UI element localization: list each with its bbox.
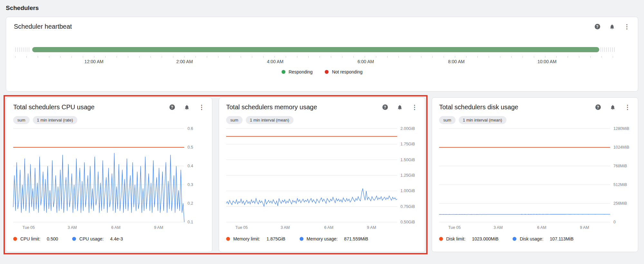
y-tick-label: 512MiB xyxy=(613,182,627,187)
cpu-legend: CPU limit: 0.500 CPU usage: 4.4e-3 xyxy=(13,236,205,241)
aggregation-chip[interactable]: sum xyxy=(439,116,456,124)
legend-memory-usage: Memory usage: 871.559MiB xyxy=(300,236,368,241)
x-tick-label: 9 AM xyxy=(154,225,163,230)
y-axis: 0.60.50.40.30.20.1 xyxy=(184,129,205,222)
more-options-icon[interactable]: ⋮ xyxy=(624,24,630,30)
memory-chart-area: Tue 053 AM6 AM9 AM 2.00GiB1.75GiB1.50GiB… xyxy=(226,129,418,231)
chart-chips: sum 1 min interval (rate) xyxy=(13,116,205,124)
legend-not-responding: Not responding xyxy=(325,69,362,74)
help-icon[interactable]: ? xyxy=(169,104,175,111)
more-options-icon[interactable]: ⋮ xyxy=(411,104,418,111)
x-tick-label: 6 AM xyxy=(537,225,546,230)
alert-bell-icon[interactable] xyxy=(184,104,190,111)
legend-disk-limit: Disk limit: 1023.000MiB xyxy=(439,236,498,241)
bell-glyph xyxy=(397,104,403,110)
disk-usage-card: Total schedulers disk usage ? ⋮ sum 1 mi… xyxy=(432,97,638,252)
disk-legend: Disk limit: 1023.000MiB Disk usage: 107.… xyxy=(439,236,631,241)
alert-bell-icon[interactable] xyxy=(397,104,403,111)
cpu-usage-card: Total schedulers CPU usage ? ⋮ xyxy=(6,97,212,252)
interval-chip[interactable]: 1 min interval (mean) xyxy=(246,116,293,124)
legend-cpu-usage: CPU usage: 4.4e-3 xyxy=(72,236,123,241)
y-tick-label: 1.50GiB xyxy=(400,158,415,162)
x-tick-label: 9 AM xyxy=(580,225,589,230)
memory-card-title: Total schedulers memory usage xyxy=(226,103,317,111)
cpu-usage-label: CPU usage: xyxy=(79,236,103,241)
y-tick-label: 1024MiB xyxy=(613,145,629,150)
cpu-line-chart xyxy=(13,129,184,222)
interval-chip[interactable]: 1 min interval (rate) xyxy=(33,116,77,124)
heartbeat-bar xyxy=(32,47,599,52)
cpu-usage-dot xyxy=(72,237,76,241)
y-axis: 2.00GiB1.75GiB1.50GiB1.25GiB1.00GiB0.75G… xyxy=(397,129,418,222)
heartbeat-time-label: 2:00 AM xyxy=(176,59,193,64)
x-tick-label: 9 AM xyxy=(367,225,376,230)
interval-chip[interactable]: 1 min interval (mean) xyxy=(459,116,506,124)
memory-usage-dot xyxy=(300,237,303,241)
x-axis: Tue 053 AM6 AM9 AM xyxy=(439,225,610,231)
card-actions: ? ⋮ xyxy=(594,24,630,30)
x-tick-label: 6 AM xyxy=(111,225,120,230)
y-tick-label: 1280MiB xyxy=(613,126,629,131)
y-tick-label: 1.25GiB xyxy=(400,173,415,178)
heartbeat-axis: 12:00 AM2:00 AM4:00 AM6:00 AM8:00 AM10:0… xyxy=(14,58,630,65)
memory-limit-label: Memory limit: xyxy=(233,236,260,241)
more-options-icon[interactable]: ⋮ xyxy=(624,104,631,111)
responding-label: Responding xyxy=(289,69,313,74)
disk-limit-dot xyxy=(439,237,443,241)
cpu-limit-value: 0.500 xyxy=(47,236,58,241)
schedulers-page: Schedulers Scheduler heartbeat ? ⋮ xyxy=(0,0,644,252)
more-options-icon[interactable]: ⋮ xyxy=(198,104,205,111)
memory-usage-card: Total schedulers memory usage ? ⋮ xyxy=(219,97,425,252)
no-data-hatch-left xyxy=(15,47,31,52)
y-tick-label: 0 xyxy=(613,220,616,224)
legend-disk-usage: Disk usage: 107.113MiB xyxy=(513,236,573,241)
memory-legend: Memory limit: 1.875GiB Memory usage: 871… xyxy=(226,236,418,241)
card-actions: ? ⋮ xyxy=(382,104,418,111)
heartbeat-time-label: 8:00 AM xyxy=(448,59,465,64)
help-icon[interactable]: ? xyxy=(382,104,388,111)
alert-bell-icon[interactable] xyxy=(610,104,616,111)
help-icon[interactable]: ? xyxy=(595,104,601,111)
chart-chips: sum 1 min interval (mean) xyxy=(439,116,631,124)
disk-usage-label: Disk usage: xyxy=(520,236,543,241)
bell-glyph xyxy=(184,104,190,110)
x-tick-label: Tue 05 xyxy=(23,225,35,230)
help-glyph: ? xyxy=(595,24,600,29)
memory-limit-dot xyxy=(226,237,230,241)
responding-dot xyxy=(282,70,285,74)
legend-responding: Responding xyxy=(282,69,313,74)
chart-chips: sum 1 min interval (mean) xyxy=(226,116,418,124)
disk-usage-dot xyxy=(513,237,516,241)
y-tick-label: 1.00GiB xyxy=(400,189,415,193)
x-tick-label: Tue 05 xyxy=(235,225,248,230)
disk-usage-value: 107.113MiB xyxy=(550,236,574,241)
heartbeat-legend: Responding Not responding xyxy=(14,69,630,74)
y-tick-label: 0.3 xyxy=(187,182,193,187)
y-tick-label: 768MiB xyxy=(613,164,627,168)
disk-limit-label: Disk limit: xyxy=(446,236,466,241)
help-icon[interactable]: ? xyxy=(594,24,601,30)
y-tick-label: 0.75GiB xyxy=(400,204,415,209)
cpu-limit-label: CPU limit: xyxy=(20,236,40,241)
cpu-card-title: Total schedulers CPU usage xyxy=(13,103,94,111)
disk-card-title: Total schedulers disk usage xyxy=(439,103,518,111)
help-glyph: ? xyxy=(169,104,175,110)
legend-cpu-limit: CPU limit: 0.500 xyxy=(13,236,58,241)
disk-line-chart xyxy=(439,129,610,222)
aggregation-chip[interactable]: sum xyxy=(226,116,243,124)
y-tick-label: 1.75GiB xyxy=(400,142,415,146)
cpu-usage-value: 4.4e-3 xyxy=(110,236,123,241)
aggregation-chip[interactable]: sum xyxy=(13,116,30,124)
not-responding-label: Not responding xyxy=(332,69,362,74)
y-tick-label: 2.00GiB xyxy=(400,126,415,131)
cpu-chart-area: Tue 053 AM6 AM9 AM 0.60.50.40.30.20.1 xyxy=(13,129,205,231)
series-line xyxy=(439,214,610,215)
heartbeat-time-label: 12:00 AM xyxy=(84,59,103,64)
y-tick-label: 0.6 xyxy=(187,126,193,131)
heartbeat-time-label: 4:00 AM xyxy=(267,59,283,64)
memory-usage-label: Memory usage: xyxy=(307,236,338,241)
alert-bell-icon[interactable] xyxy=(609,24,615,30)
series-line xyxy=(226,189,397,207)
scheduler-heartbeat-card: Scheduler heartbeat ? ⋮ 12:00 AM2:00 AM4… xyxy=(6,17,638,92)
y-tick-label: 256MiB xyxy=(613,201,627,206)
